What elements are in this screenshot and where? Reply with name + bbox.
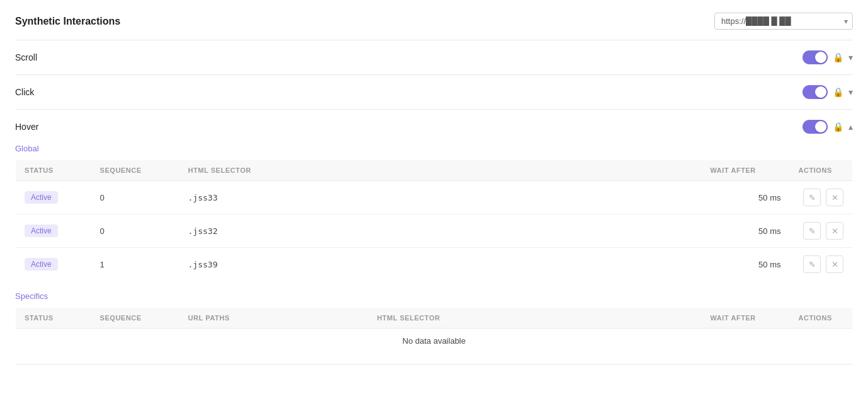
spec-col-header-html-selector: HTML SELECTOR <box>368 308 702 329</box>
scroll-chevron-icon[interactable]: ▾ <box>848 52 853 62</box>
actions-cell: ✎ ✕ <box>790 181 853 214</box>
col-header-sequence: SEQUENCE <box>91 160 180 181</box>
hover-chevron-icon[interactable]: ▴ <box>848 122 853 132</box>
col-header-html-selector: HTML SELECTOR <box>180 160 702 181</box>
edit-button[interactable]: ✎ <box>803 255 821 273</box>
hover-label: Hover <box>15 122 38 132</box>
spec-col-header-wait-after: WAIT AFTER <box>702 308 790 329</box>
click-controls: 🔒 ▾ <box>802 85 853 99</box>
spec-col-header-url-paths: URL PATHS <box>180 308 368 329</box>
global-subsection-label: Global <box>15 144 853 153</box>
url-selector-wrapper: https://████ █ ██ ▾ <box>714 13 853 30</box>
status-badge: Active <box>25 191 58 204</box>
main-page: Synthetic Interactions https://████ █ ██… <box>0 0 868 403</box>
scroll-label: Scroll <box>15 52 37 62</box>
delete-button[interactable]: ✕ <box>826 189 843 206</box>
page-header: Synthetic Interactions https://████ █ ██… <box>15 13 853 40</box>
status-badge: Active <box>25 225 58 237</box>
specifics-table-header-row: STATUS SEQUENCE URL PATHS HTML SELECTOR … <box>16 308 853 329</box>
sequence-cell: 0 <box>91 214 180 248</box>
specifics-no-data-cell: No data available <box>16 329 853 354</box>
specifics-table: STATUS SEQUENCE URL PATHS HTML SELECTOR … <box>15 307 853 354</box>
table-row: Active 0 .jss32 50 ms ✎ ✕ <box>16 214 853 248</box>
hover-toggle-thumb <box>815 121 826 132</box>
delete-button[interactable]: ✕ <box>826 222 843 240</box>
table-row: Active 1 .jss39 50 ms ✎ ✕ <box>16 248 853 281</box>
selector-cell: .jss32 <box>180 214 702 248</box>
global-table-header-row: STATUS SEQUENCE HTML SELECTOR WAIT AFTER… <box>16 160 853 181</box>
scroll-section-row: Scroll 🔒 ▾ <box>15 40 853 75</box>
hover-controls: 🔒 ▴ <box>802 120 853 134</box>
scroll-controls: 🔒 ▾ <box>802 50 853 64</box>
table-row: Active 0 .jss33 50 ms ✎ ✕ <box>16 181 853 214</box>
scroll-toggle-track <box>802 50 828 64</box>
spec-col-header-actions: ACTIONS <box>790 308 853 329</box>
sequence-cell: 0 <box>91 181 180 214</box>
click-label: Click <box>15 87 34 97</box>
specifics-no-data-row: No data available <box>16 329 853 354</box>
wait-after-cell: 50 ms <box>702 248 790 281</box>
hover-section: Hover 🔒 ▴ Global STATUS SEQUENCE HTML SE… <box>15 110 853 365</box>
specifics-subsection-label: Specifics <box>15 291 853 301</box>
global-table: STATUS SEQUENCE HTML SELECTOR WAIT AFTER… <box>15 160 853 281</box>
edit-button[interactable]: ✎ <box>803 222 821 240</box>
spec-col-header-sequence: SEQUENCE <box>91 308 180 329</box>
scroll-toggle[interactable] <box>802 50 828 64</box>
click-section-row: Click 🔒 ▾ <box>15 75 853 110</box>
scroll-toggle-thumb <box>815 52 826 63</box>
actions-cell: ✎ ✕ <box>790 214 853 248</box>
selector-cell: .jss33 <box>180 181 702 214</box>
click-toggle-track <box>802 85 828 99</box>
spec-col-header-status: STATUS <box>16 308 91 329</box>
click-toggle[interactable] <box>802 85 828 99</box>
click-chevron-icon[interactable]: ▾ <box>848 87 853 97</box>
hover-lock-icon: 🔒 <box>833 122 843 132</box>
status-cell: Active <box>16 214 91 248</box>
col-header-status: STATUS <box>16 160 91 181</box>
scroll-lock-icon: 🔒 <box>833 52 843 62</box>
edit-button[interactable]: ✎ <box>803 189 821 206</box>
wait-after-cell: 50 ms <box>702 181 790 214</box>
specifics-section: Specifics STATUS SEQUENCE URL PATHS HTML… <box>15 291 853 354</box>
click-toggle-thumb <box>815 86 826 98</box>
wait-after-cell: 50 ms <box>702 214 790 248</box>
selector-cell: .jss39 <box>180 248 702 281</box>
status-cell: Active <box>16 248 91 281</box>
hover-section-row: Hover 🔒 ▴ <box>15 110 853 139</box>
url-select[interactable]: https://████ █ ██ <box>714 13 853 30</box>
page-title: Synthetic Interactions <box>15 16 120 27</box>
click-lock-icon: 🔒 <box>833 87 843 97</box>
status-badge: Active <box>25 258 58 271</box>
col-header-wait-after: WAIT AFTER <box>702 160 790 181</box>
hover-toggle[interactable] <box>802 120 828 134</box>
delete-button[interactable]: ✕ <box>826 255 843 273</box>
col-header-actions: ACTIONS <box>790 160 853 181</box>
sequence-cell: 1 <box>91 248 180 281</box>
status-cell: Active <box>16 181 91 214</box>
hover-toggle-track <box>802 120 828 134</box>
actions-cell: ✎ ✕ <box>790 248 853 281</box>
